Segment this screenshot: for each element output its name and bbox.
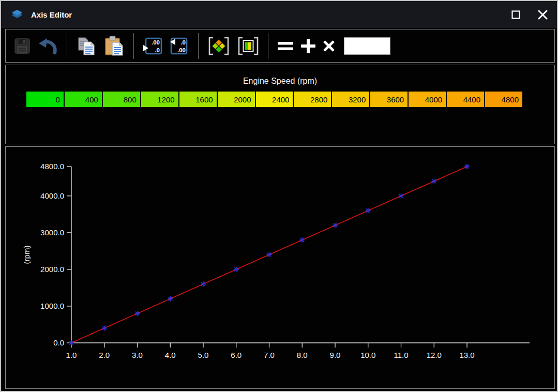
maximize-icon (511, 10, 520, 19)
data-point[interactable] (267, 252, 272, 258)
axis-cell[interactable]: 1200 (140, 92, 178, 107)
axis-cell[interactable]: 4800 (484, 92, 522, 107)
axis-chart[interactable]: 0.01000.02000.03000.04000.04800.01.02.03… (6, 147, 554, 388)
svg-text:.00: .00 (177, 47, 186, 53)
x-tick-label: 7.0 (264, 351, 275, 359)
color-scale-button[interactable] (235, 33, 261, 59)
add-button[interactable] (299, 33, 318, 59)
y-tick-label: 4800.0 (40, 162, 64, 171)
toolbar-separator (198, 33, 199, 59)
svg-text:.0: .0 (155, 47, 160, 53)
axis-values-panel: Engine Speed (rpm) 040080012001600200024… (5, 65, 555, 144)
multiply-icon (322, 39, 336, 53)
axis-cell[interactable]: 4400 (446, 92, 484, 107)
x-tick-label: 8.0 (297, 351, 308, 359)
math-value-input[interactable] (344, 37, 390, 55)
y-tick-label: 2000.0 (40, 265, 64, 274)
toolbar: .00 .0 .0 .00 (5, 29, 555, 63)
interpolate-colors-icon (207, 36, 231, 56)
axis-title: Engine Speed (rpm) (6, 77, 554, 86)
x-tick-label: 9.0 (330, 351, 341, 359)
y-axis-label: (rpm) (22, 246, 31, 264)
axis-cell[interactable]: 3200 (331, 92, 369, 107)
window-title: Axis Editor (31, 10, 72, 19)
copy-icon (76, 36, 97, 56)
x-tick-label: 5.0 (198, 351, 209, 359)
decrease-decimals-button[interactable]: .0 .00 (168, 33, 191, 59)
axis-cell[interactable]: 800 (102, 92, 140, 107)
app-icon (10, 8, 24, 21)
svg-text:.00: .00 (152, 39, 160, 46)
save-button[interactable] (11, 33, 33, 59)
data-point[interactable] (168, 296, 173, 301)
svg-text:.0: .0 (180, 39, 186, 46)
y-tick-label: 3000.0 (40, 228, 64, 237)
data-point[interactable] (69, 340, 74, 345)
data-point[interactable] (431, 178, 436, 184)
increase-decimals-button[interactable]: .00 .0 (141, 33, 164, 59)
equals-icon (277, 39, 294, 53)
x-tick-label: 4.0 (165, 351, 176, 359)
data-point[interactable] (234, 267, 239, 272)
toolbar-separator (268, 33, 268, 59)
x-tick-label: 3.0 (132, 351, 143, 359)
data-point[interactable] (201, 281, 206, 287)
axis-cell[interactable]: 3600 (369, 92, 408, 107)
y-tick-label: 4000.0 (40, 191, 64, 200)
data-point[interactable] (366, 208, 371, 213)
close-button[interactable] (531, 4, 554, 25)
paste-button[interactable] (102, 33, 127, 59)
plus-icon (300, 38, 316, 54)
x-tick-label: 12.0 (427, 351, 442, 359)
x-tick-label: 1.0 (66, 351, 77, 359)
axis-cell[interactable]: 4000 (408, 92, 446, 107)
title-bar: Axis Editor (1, 1, 557, 28)
data-point[interactable] (399, 193, 404, 199)
toolbar-separator (133, 33, 134, 59)
axis-value-strip: 0400800120016002000240028003200360040004… (26, 92, 522, 107)
color-scale-icon (237, 36, 260, 56)
axis-editor-window: Axis Editor (0, 0, 558, 392)
axis-cell[interactable]: 2000 (217, 92, 255, 107)
paste-icon (103, 36, 125, 56)
undo-button[interactable] (36, 33, 60, 59)
x-tick-label: 2.0 (99, 351, 110, 359)
axis-cell[interactable]: 400 (64, 92, 102, 107)
decrease-decimals-icon: .0 .00 (169, 36, 190, 56)
save-icon (13, 37, 32, 55)
close-icon (538, 10, 548, 20)
increase-decimals-icon: .00 .0 (142, 36, 163, 56)
x-tick-label: 13.0 (459, 351, 474, 359)
y-tick-label: 1000.0 (40, 301, 64, 310)
axis-cell[interactable]: 0 (26, 92, 64, 107)
data-point[interactable] (464, 164, 470, 169)
data-point[interactable] (135, 311, 140, 316)
interpolate-colors-button[interactable] (205, 33, 232, 59)
axis-cell[interactable]: 1600 (178, 92, 217, 107)
y-tick-label: 0.0 (53, 338, 64, 347)
copy-button[interactable] (74, 33, 99, 59)
undo-icon (38, 37, 58, 55)
data-point[interactable] (333, 223, 338, 228)
data-point[interactable] (102, 326, 107, 331)
x-tick-label: 11.0 (394, 351, 408, 359)
maximize-button[interactable] (504, 4, 527, 25)
axis-cell[interactable]: 2800 (293, 92, 331, 107)
axis-chart-panel: 0.01000.02000.03000.04000.04800.01.02.03… (5, 146, 555, 389)
toolbar-separator (67, 33, 67, 59)
axis-cell[interactable]: 2400 (255, 92, 293, 107)
x-tick-label: 10.0 (360, 351, 375, 359)
x-tick-label: 6.0 (231, 351, 242, 359)
data-point[interactable] (299, 237, 305, 243)
multiply-button[interactable] (321, 33, 337, 59)
set-equal-button[interactable] (275, 33, 296, 59)
